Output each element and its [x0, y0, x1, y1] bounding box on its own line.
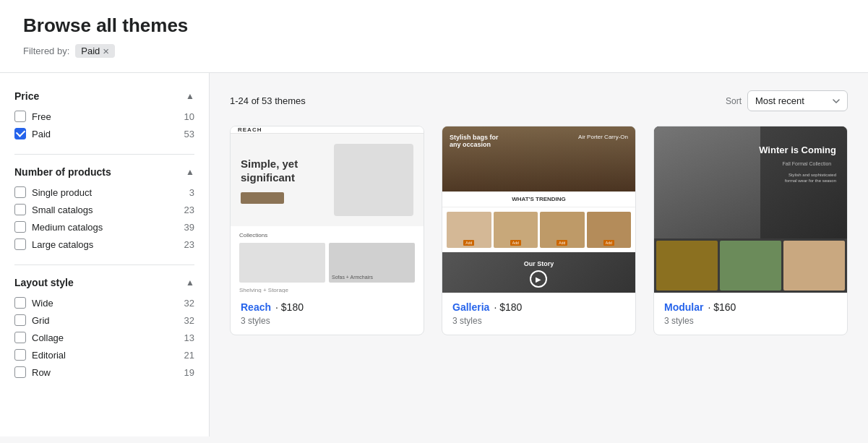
- grid-checkbox[interactable]: [14, 314, 26, 326]
- filtered-by-label: Filtered by:: [23, 46, 69, 56]
- free-count: 10: [184, 111, 194, 122]
- theme-preview-modular: Winter is Coming Fall Formal Collection …: [654, 126, 847, 293]
- paid-count: 53: [184, 129, 194, 139]
- filter-option-row: Row 19: [14, 366, 194, 378]
- free-label: Free: [32, 111, 51, 122]
- row-checkbox[interactable]: [14, 366, 26, 378]
- small-catalogs-label: Small catalogs: [32, 205, 93, 215]
- single-product-checkbox[interactable]: [14, 186, 26, 198]
- galleria-hero: Stylish bags forany occasion Air Porter …: [442, 126, 635, 192]
- single-product-count: 3: [189, 187, 194, 198]
- page-title: Browse all themes: [23, 14, 845, 37]
- medium-catalogs-label: Medium catalogs: [32, 222, 103, 233]
- sort-label: Sort: [726, 96, 742, 106]
- theme-preview-reach: REACH Simple, yetsignificant Collections…: [231, 126, 424, 293]
- reach-theme-info: Reach · $180 3 styles: [231, 293, 424, 335]
- medium-catalogs-checkbox[interactable]: [14, 221, 26, 233]
- themes-grid: REACH Simple, yetsignificant Collections…: [230, 126, 848, 335]
- number-of-products-section-title: Number of products: [14, 166, 111, 178]
- free-checkbox[interactable]: [14, 111, 26, 122]
- reach-nav: REACH: [231, 126, 424, 134]
- wide-checkbox[interactable]: [14, 297, 26, 309]
- layout-style-section-header[interactable]: Layout style ▲: [14, 277, 194, 288]
- layout-style-filter-section: Layout style ▲ Wide 32 Grid 32: [14, 277, 194, 378]
- results-count: 1-24 of 53 themes: [230, 95, 306, 106]
- theme-card-galleria[interactable]: Stylish bags forany occasion Air Porter …: [442, 126, 636, 335]
- filter-option-small-catalogs: Small catalogs 23: [14, 204, 194, 215]
- theme-preview-galleria: Stylish bags forany occasion Air Porter …: [442, 126, 635, 293]
- galleria-story: Our Story ▶: [442, 252, 635, 293]
- filter-option-wide: Wide 32: [14, 297, 194, 309]
- reach-price: · $180: [275, 301, 304, 313]
- number-of-products-section-header[interactable]: Number of products ▲: [14, 166, 194, 178]
- number-of-products-filter-section: Number of products ▲ Single product 3 Sm…: [14, 166, 194, 250]
- layout-style-chevron-icon: ▲: [186, 278, 194, 288]
- content-area: 1-24 of 53 themes Sort Most recent Price…: [210, 73, 868, 436]
- sort-container: Sort Most recent Price: low to high Pric…: [726, 90, 848, 111]
- paid-checkbox[interactable]: [14, 128, 26, 139]
- number-of-products-chevron-icon: ▲: [186, 167, 194, 177]
- filter-option-single-product: Single product 3: [14, 186, 194, 198]
- row-count: 19: [184, 367, 194, 378]
- main-layout: Price ▲ Free 10 Paid 53 Nu: [0, 73, 868, 436]
- sidebar: Price ▲ Free 10 Paid 53 Nu: [0, 73, 210, 436]
- galleria-price: · $180: [494, 301, 522, 313]
- wide-label: Wide: [32, 298, 53, 309]
- galleria-products-row: Add Add Add Add: [442, 207, 635, 252]
- editorial-count: 21: [184, 350, 194, 361]
- layout-style-section-title: Layout style: [14, 277, 74, 288]
- grid-label: Grid: [32, 315, 50, 326]
- divider-2: [14, 264, 194, 265]
- filter-row: Filtered by: Paid ×: [23, 44, 845, 58]
- grid-count: 32: [184, 315, 194, 326]
- filter-badge[interactable]: Paid ×: [75, 44, 115, 58]
- collage-count: 13: [184, 332, 194, 343]
- small-catalogs-checkbox[interactable]: [14, 204, 26, 215]
- galleria-name-row: Galleria · $180: [452, 301, 625, 313]
- galleria-theme-info: Galleria · $180 3 styles: [442, 293, 635, 335]
- sort-select[interactable]: Most recent Price: low to high Price: hi…: [747, 90, 848, 111]
- theme-card-reach[interactable]: REACH Simple, yetsignificant Collections…: [230, 126, 424, 335]
- wide-count: 32: [184, 298, 194, 309]
- editorial-checkbox[interactable]: [14, 349, 26, 361]
- theme-card-modular[interactable]: Winter is Coming Fall Formal Collection …: [653, 126, 848, 335]
- large-catalogs-label: Large catalogs: [32, 239, 93, 250]
- large-catalogs-checkbox[interactable]: [14, 238, 26, 250]
- filter-option-editorial: Editorial 21: [14, 349, 194, 361]
- top-bar: Browse all themes Filtered by: Paid ×: [0, 0, 868, 73]
- content-header: 1-24 of 53 themes Sort Most recent Price…: [230, 90, 848, 111]
- modular-theme-info: Modular · $160 3 styles: [654, 293, 847, 335]
- results-number: 53: [262, 95, 272, 106]
- price-section-title: Price: [14, 90, 39, 102]
- filter-option-paid: Paid 53: [14, 128, 194, 139]
- filter-option-medium-catalogs: Medium catalogs 39: [14, 221, 194, 233]
- large-catalogs-count: 23: [184, 239, 194, 250]
- medium-catalogs-count: 39: [184, 222, 194, 233]
- filter-option-grid: Grid 32: [14, 314, 194, 326]
- reach-name-link[interactable]: Reach: [241, 301, 271, 313]
- filter-badge-text: Paid: [81, 46, 100, 56]
- modular-name-link[interactable]: Modular: [664, 301, 703, 313]
- divider-1: [14, 154, 194, 155]
- row-label: Row: [32, 367, 51, 378]
- modular-price: · $160: [708, 301, 736, 313]
- single-product-label: Single product: [32, 187, 92, 198]
- price-chevron-icon: ▲: [186, 91, 194, 101]
- modular-name-row: Modular · $160: [664, 301, 837, 313]
- paid-label: Paid: [32, 129, 51, 139]
- galleria-styles: 3 styles: [452, 316, 625, 326]
- filter-option-large-catalogs: Large catalogs 23: [14, 238, 194, 250]
- modular-styles: 3 styles: [664, 316, 837, 326]
- small-catalogs-count: 23: [184, 205, 194, 215]
- price-filter-section: Price ▲ Free 10 Paid 53: [14, 90, 194, 139]
- price-section-header[interactable]: Price ▲: [14, 90, 194, 102]
- galleria-name-link[interactable]: Galleria: [452, 301, 489, 313]
- filter-option-free: Free 10: [14, 111, 194, 122]
- collage-checkbox[interactable]: [14, 332, 26, 343]
- editorial-label: Editorial: [32, 350, 66, 361]
- collage-label: Collage: [32, 332, 64, 343]
- filter-badge-remove-button[interactable]: ×: [103, 46, 109, 56]
- reach-name-row: Reach · $180: [241, 301, 413, 313]
- filter-option-collage: Collage 13: [14, 332, 194, 343]
- reach-styles: 3 styles: [241, 316, 413, 326]
